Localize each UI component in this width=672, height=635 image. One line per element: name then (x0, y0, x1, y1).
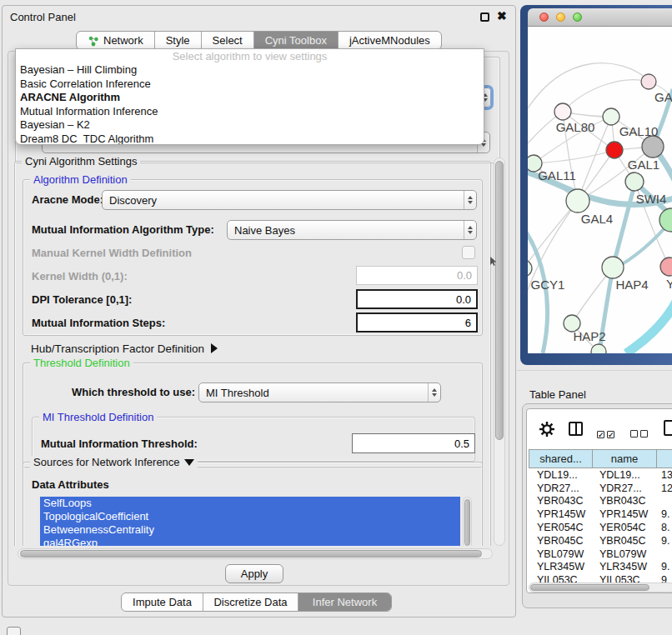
network-node[interactable] (641, 74, 656, 89)
combo-stepper-icon[interactable] (428, 383, 440, 402)
network-node[interactable] (528, 260, 532, 277)
dropdown-item[interactable]: Dream8 DC_TDC Algorithm (16, 132, 484, 146)
combo-stepper-icon[interactable] (464, 221, 476, 239)
list-item[interactable]: BetweennessCentrality (40, 523, 460, 537)
hub-section-toggle[interactable]: Hub/Transcription Factor Definition (31, 342, 218, 356)
dpi-tolerance-label: DPI Tolerance [0,1]: (32, 293, 132, 307)
table-row[interactable]: YDR27...YDR27...12 (529, 482, 672, 495)
dropdown-item[interactable]: Basic Correlation Inference (16, 78, 484, 92)
column-header-name[interactable]: name (593, 449, 657, 468)
group-title: Algorithm Definition (30, 173, 131, 187)
tab-impute-data[interactable]: Impute Data (122, 593, 203, 611)
dropdown-item-selected[interactable]: ARACNE Algorithm (16, 91, 484, 105)
deselect-all-columns-icon[interactable] (630, 426, 650, 441)
zoom-traffic-light-icon[interactable] (573, 12, 582, 22)
tab-select[interactable]: Select (201, 32, 253, 49)
apply-button[interactable]: Apply (225, 564, 283, 583)
column-header-shared-name[interactable]: shared... (529, 449, 593, 468)
node-label: GAL10 (619, 124, 659, 138)
network-node[interactable] (660, 258, 672, 276)
list-item[interactable]: TopologicalCoefficient (40, 510, 460, 523)
bottom-tabbar: Impute Data Discretize Data Infer Networ… (121, 592, 392, 612)
network-node[interactable] (642, 136, 664, 158)
network-node[interactable] (591, 344, 606, 353)
settings-horizontal-scrollbar[interactable] (18, 548, 493, 559)
dropdown-item[interactable]: Bayesian – K2 (16, 118, 484, 132)
network-node[interactable] (625, 172, 644, 191)
dropdown-item[interactable]: Mutual Information Inference (16, 105, 484, 119)
manual-kernel-label: Manual Kernel Width Definition (32, 247, 192, 260)
columns-icon[interactable] (569, 422, 583, 436)
table-horizontal-scrollbar[interactable] (529, 582, 672, 592)
tab-style[interactable]: Style (154, 32, 201, 49)
kernel-width-label: Kernel Width (0,1): (32, 270, 128, 283)
table-row[interactable]: YLR345WYLR345W9. (529, 561, 672, 574)
table-row[interactable]: YBR045CYBR045C9. (529, 534, 672, 548)
table-row[interactable]: YBR043CYBR043C (529, 495, 672, 508)
dropdown-prompt: Select algorithm to view settings (16, 49, 484, 63)
node-label: GAL11 (538, 168, 576, 182)
sources-group: Sources for Network Inference Data Attri… (23, 462, 483, 546)
panel-corner-button[interactable] (7, 627, 21, 635)
node-label: Y (666, 277, 672, 291)
mi-type-label: Mutual Information Algorithm Type: (32, 223, 214, 237)
table-panel-title: Table Panel (529, 388, 586, 401)
network-node[interactable] (603, 108, 619, 125)
select-all-columns-icon[interactable]: ✓✓ (597, 426, 617, 441)
which-threshold-combo[interactable]: MI Threshold (198, 382, 441, 402)
algorithm-dropdown-popup: Select algorithm to view settings Bayesi… (15, 48, 484, 145)
group-title: Threshold Definition (30, 357, 133, 370)
list-scrollbar[interactable] (463, 497, 472, 546)
gear-icon[interactable] (539, 421, 555, 438)
network-node[interactable] (659, 208, 672, 232)
list-item[interactable]: SelfLoops (40, 497, 460, 510)
table-row[interactable]: YER054CYER054C8. (529, 521, 672, 534)
mi-steps-field[interactable]: 6 (356, 312, 478, 332)
table-row[interactable]: YPR145WYPR145W9. (529, 508, 672, 521)
dropdown-item[interactable]: Bayesian – Hill Climbing (16, 63, 484, 78)
aracne-mode-label: Aracne Mode: (32, 193, 103, 207)
close-icon[interactable]: ✖ (497, 9, 507, 22)
column-header[interactable] (657, 449, 672, 468)
document-icon[interactable] (664, 420, 672, 436)
mi-threshold-field[interactable]: 0.5 (352, 433, 475, 453)
network-node[interactable] (566, 189, 589, 212)
aracne-mode-combo[interactable]: Discovery (102, 190, 477, 210)
tab-jactivemnodules[interactable]: jActiveMNodules (338, 32, 441, 49)
node-label: SWI4 (636, 192, 667, 206)
tab-cyni-toolbox[interactable]: Cyni Toolbox (253, 32, 338, 49)
control-panel-title: Control Panel (10, 11, 76, 23)
tab-discretize-data[interactable]: Discretize Data (203, 593, 298, 611)
dpi-tolerance-field[interactable]: 0.0 (356, 289, 478, 309)
node-label: GAL4 (581, 212, 613, 226)
list-item[interactable]: gal4RGexp (40, 537, 460, 546)
network-node[interactable] (602, 257, 624, 278)
tab-infer-network[interactable]: Infer Network (298, 593, 391, 611)
tab-label: Network (103, 34, 143, 47)
sources-title[interactable]: Sources for Network Inference (30, 456, 198, 469)
settings-vertical-scrollbar[interactable] (494, 158, 505, 546)
tab-network[interactable]: Network (77, 32, 154, 49)
expanded-arrow-icon (184, 459, 194, 466)
network-node[interactable] (554, 103, 571, 120)
table-body: YDL19...YDL19...13 YDR27...YDR27...12 YB… (529, 468, 672, 587)
mi-type-combo[interactable]: Naive Bayes (227, 220, 477, 240)
node-label: GAL (654, 90, 672, 104)
table-row[interactable]: YBL079WYBL079W (529, 548, 672, 561)
network-canvas[interactable]: GAL GAL80 GAL10 GAL1 GAL11 SWI4 GAL4 GCY… (528, 27, 672, 353)
combo-stepper-icon[interactable] (464, 191, 476, 209)
table-row[interactable]: YDL19...YDL19...13 (529, 468, 672, 482)
close-traffic-light-icon[interactable] (539, 12, 549, 22)
settings-scroll-viewport: Cyni Algorithm Settings Algorithm Defini… (11, 158, 494, 546)
float-window-icon[interactable] (480, 12, 489, 22)
minimize-traffic-light-icon[interactable] (556, 12, 565, 22)
mi-steps-label: Mutual Information Steps: (32, 317, 165, 330)
node-label: GCY1 (531, 278, 565, 292)
manual-kernel-checkbox[interactable] (462, 246, 475, 259)
kernel-width-field[interactable]: 0.0 (356, 266, 478, 285)
network-node-selected[interactable] (606, 142, 623, 158)
control-panel: Control Panel ✖ Network Style Select Cyn… (2, 5, 516, 618)
network-window-titlebar[interactable] (528, 8, 672, 27)
network-view-window[interactable]: GAL GAL80 GAL10 GAL1 GAL11 SWI4 GAL4 GCY… (520, 5, 672, 365)
table-card: ✓✓ shared... name YDL19...YDL19...13 YDR… (526, 408, 672, 593)
